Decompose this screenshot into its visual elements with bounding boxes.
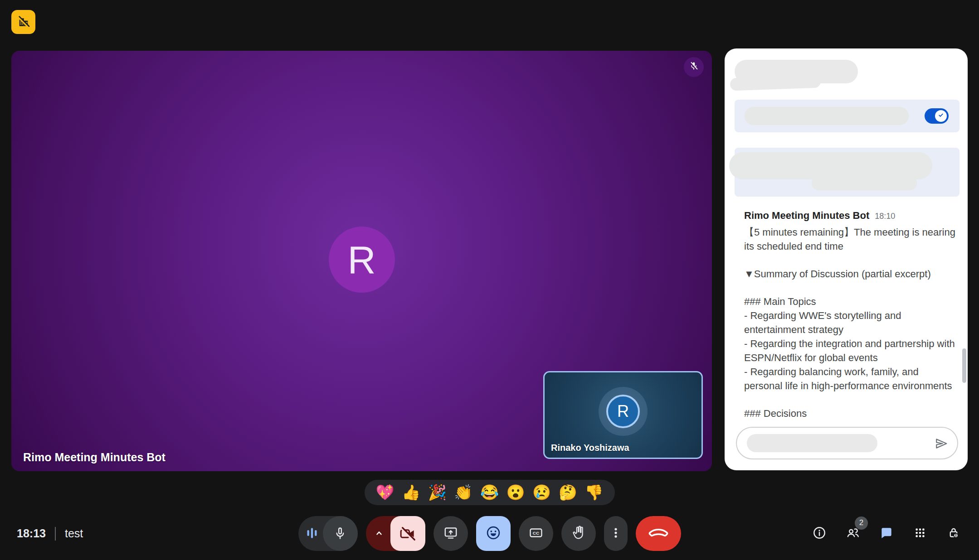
reaction-thinking[interactable]: 🤔: [559, 480, 577, 505]
companion-mode-off-icon: [16, 14, 31, 30]
raise-hand-button[interactable]: [561, 516, 596, 551]
reaction-heart[interactable]: 💖: [376, 480, 395, 505]
camera-off-icon: [390, 516, 425, 551]
reaction-surprised[interactable]: 😮: [506, 480, 525, 505]
bot-notice-box: [735, 148, 960, 197]
send-message-button[interactable]: [934, 436, 949, 451]
info-icon: [812, 526, 827, 541]
message-paragraph: ▼Summary of Discussion (partial excerpt): [744, 267, 956, 281]
mic-off-icon: [688, 61, 699, 73]
chevron-up-icon: [372, 526, 386, 541]
redacted-panel-title: [730, 75, 821, 91]
reaction-thumbs-up[interactable]: 👍: [402, 480, 420, 505]
reaction-party[interactable]: 🎉: [428, 480, 447, 505]
apps-grid-icon: [913, 526, 927, 541]
bot-toggle-row: [735, 100, 960, 132]
redacted-toggle-label: [745, 107, 909, 125]
captions-icon: CC: [528, 525, 544, 542]
reaction-cry[interactable]: 😢: [532, 480, 551, 505]
audio-level-icon: [304, 525, 320, 542]
reaction-laugh[interactable]: 😂: [480, 480, 499, 505]
reactions-bar: 💖 👍 🎉 👏 😂 😮 😢 🤔 👎: [365, 480, 615, 505]
svg-text:CC: CC: [532, 531, 539, 536]
mic-icon: [323, 516, 358, 551]
send-icon: [934, 446, 949, 453]
present-screen-icon: [443, 525, 458, 542]
avatar: R: [606, 395, 640, 428]
redacted-notice-text: [729, 152, 932, 179]
reactions-button[interactable]: [476, 516, 511, 551]
divider: [55, 527, 56, 541]
activities-button[interactable]: [913, 526, 927, 541]
toggle-knob: [935, 110, 947, 122]
bot-enabled-toggle[interactable]: [925, 108, 949, 124]
end-call-icon: [648, 523, 668, 544]
meeting-details-button[interactable]: [812, 526, 827, 541]
host-controls-button[interactable]: [946, 526, 961, 541]
message-paragraph: ### Decisions: [744, 406, 956, 420]
participant-name: Rimo Meeting Minutes Bot: [23, 451, 166, 464]
mic-muted-indicator: [684, 57, 704, 77]
message-paragraph: 【5 minutes remaining】The meeting is near…: [744, 225, 956, 253]
meeting-name: test: [65, 527, 83, 540]
reaction-clap[interactable]: 👏: [454, 480, 472, 505]
panel-scrollbar-thumb[interactable]: [962, 348, 966, 383]
message-timestamp: 18:10: [875, 212, 895, 221]
end-call-button[interactable]: [636, 516, 681, 551]
captions-button[interactable]: CC: [519, 516, 553, 551]
smiley-icon: [485, 525, 502, 542]
pip-video-tile[interactable]: R Rinako Yoshizawa: [543, 371, 703, 459]
message-paragraph: ### Main Topics - Regarding WWE's storyt…: [744, 294, 956, 393]
clock: 18:13: [17, 527, 46, 540]
message-header: Rimo Meeting Minutes Bot 18:10: [744, 210, 956, 222]
bot-chat-panel: Rimo Meeting Minutes Bot 18:10 【5 minute…: [725, 48, 968, 470]
chat-button[interactable]: [879, 526, 894, 541]
host-controls-lock-icon: [946, 526, 961, 541]
checkmark-icon: [937, 111, 945, 121]
chat-icon: [879, 526, 894, 541]
participants-button[interactable]: 2: [846, 526, 860, 541]
redacted-notice-text: [812, 176, 917, 190]
participants-count-badge: 2: [855, 517, 868, 530]
chat-message-input[interactable]: [736, 427, 958, 459]
more-options-button[interactable]: [604, 516, 628, 551]
more-options-icon: [609, 526, 623, 541]
present-screen-button[interactable]: [433, 516, 468, 551]
reaction-thumbs-down[interactable]: 👎: [584, 480, 603, 505]
call-controls: CC: [298, 516, 681, 551]
avatar-letter: R: [617, 402, 629, 421]
side-controls: 2: [812, 516, 961, 551]
avatar-letter: R: [347, 237, 375, 282]
redacted-input-text: [747, 434, 877, 452]
message-sender: Rimo Meeting Minutes Bot: [744, 210, 869, 222]
camera-button[interactable]: [366, 516, 425, 551]
raise-hand-icon: [571, 525, 586, 542]
chat-message: Rimo Meeting Minutes Bot 18:10 【5 minute…: [744, 210, 956, 434]
participant-name: Rinako Yoshizawa: [551, 443, 629, 453]
avatar: R: [329, 227, 395, 293]
meeting-info: 18:13 test: [17, 516, 83, 551]
microphone-button[interactable]: [298, 516, 358, 551]
meeting-window: R Rimo Meeting Minutes Bot R Rinako Yosh…: [0, 0, 979, 560]
companion-mode-off-badge[interactable]: [11, 10, 35, 34]
